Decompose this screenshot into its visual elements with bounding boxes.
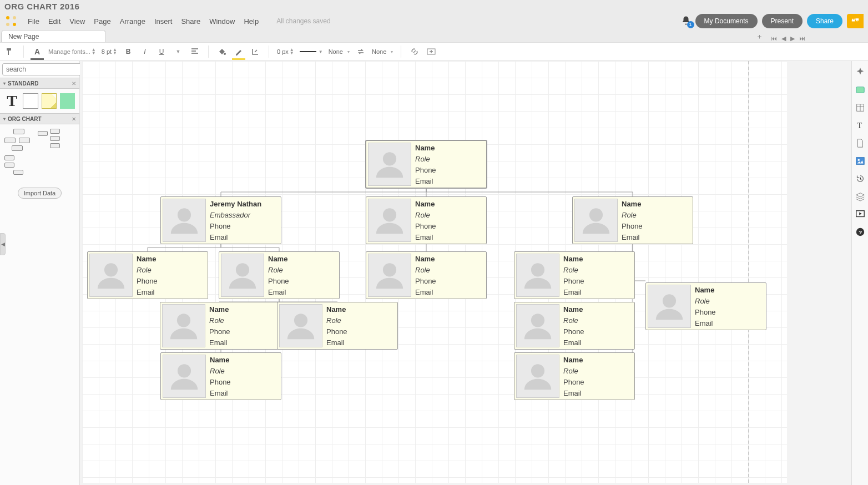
card-role[interactable]: Role	[622, 211, 690, 219]
shape-options-button[interactable]	[250, 45, 261, 58]
theme-icon[interactable]	[855, 84, 866, 95]
card-name[interactable]: Name	[415, 200, 484, 208]
link-button[interactable]	[409, 45, 420, 58]
card-email[interactable]: Email	[415, 177, 484, 185]
orgchart-template-3[interactable]	[4, 155, 33, 178]
card-email[interactable]: Email	[210, 233, 279, 241]
card-phone[interactable]: Phone	[209, 327, 278, 336]
font-size-stepper[interactable]: 8 pt ▲▼	[102, 45, 117, 58]
card-name[interactable]: Name	[268, 255, 337, 263]
card-email[interactable]: Email	[415, 233, 484, 241]
add-field-button[interactable]	[426, 45, 437, 58]
card-email[interactable]: Email	[622, 233, 690, 241]
org-card[interactable]: Jeremy Nathan Embassador Phone Email	[160, 196, 281, 244]
document-title[interactable]: ORG CHART 2016	[4, 2, 79, 11]
menu-file[interactable]: File	[28, 17, 39, 26]
card-role[interactable]: Role	[415, 211, 484, 219]
shape-text[interactable]: T	[4, 93, 19, 109]
arrow-end-select[interactable]: None	[372, 45, 393, 58]
align-button[interactable]	[189, 45, 200, 58]
text-options-dropdown[interactable]: ▼	[173, 45, 184, 58]
card-name[interactable]: Name	[210, 356, 279, 364]
org-card[interactable]: Name Role Phone Email	[277, 302, 398, 350]
card-name[interactable]: Name	[563, 356, 632, 364]
shape-rectangle[interactable]	[23, 93, 38, 109]
card-name[interactable]: Name	[563, 255, 632, 263]
card-name[interactable]: Name	[209, 305, 278, 314]
card-role[interactable]: Role	[210, 367, 279, 375]
menu-page[interactable]: Page	[94, 17, 110, 26]
card-role[interactable]: Role	[209, 316, 278, 325]
panel-standard-header[interactable]: STANDARD ✕	[0, 78, 79, 89]
page-nav-last-icon[interactable]: ⏭	[798, 35, 807, 42]
org-card[interactable]: Name Role Phone Email	[160, 302, 281, 350]
card-email[interactable]: Email	[137, 288, 205, 296]
card-phone[interactable]: Phone	[415, 277, 484, 285]
card-phone[interactable]: Phone	[326, 327, 395, 336]
card-email[interactable]: Email	[563, 389, 632, 397]
canvas[interactable]: Name Role Phone Email Jeremy Nathan Emba…	[80, 61, 851, 485]
card-phone[interactable]: Phone	[563, 327, 632, 336]
panel-orgchart-header[interactable]: ORG CHART ✕	[0, 113, 79, 124]
menu-window[interactable]: Window	[209, 17, 235, 26]
page-panel-icon[interactable]	[855, 138, 866, 149]
add-page-button[interactable]: ＋	[754, 31, 765, 42]
menu-share[interactable]: Share	[181, 17, 200, 26]
card-phone[interactable]: Phone	[695, 308, 764, 316]
org-card[interactable]: Name Role Phone Email	[514, 352, 635, 400]
collapse-sidebar-icon[interactable]: ◀	[0, 233, 6, 255]
presentation-icon[interactable]	[855, 209, 866, 220]
card-role[interactable]: Role	[415, 155, 484, 163]
card-role[interactable]: Role	[563, 367, 632, 375]
card-name[interactable]: Name	[695, 286, 764, 294]
history-icon[interactable]	[855, 173, 866, 184]
page-nav-prev-icon[interactable]: ◀	[780, 35, 788, 42]
card-email[interactable]: Email	[210, 389, 279, 397]
card-role[interactable]: Role	[563, 316, 632, 325]
card-phone[interactable]: Phone	[622, 222, 690, 230]
import-data-button[interactable]: Import Data	[18, 188, 62, 199]
card-name[interactable]: Name	[137, 255, 205, 263]
menu-insert[interactable]: Insert	[154, 17, 173, 26]
card-phone[interactable]: Phone	[137, 277, 205, 285]
share-button[interactable]: Share	[807, 14, 842, 28]
card-email[interactable]: Email	[415, 288, 484, 296]
line-style-select[interactable]: ▼	[300, 45, 323, 58]
page-settings-icon[interactable]	[855, 102, 866, 113]
card-phone[interactable]: Phone	[563, 277, 632, 285]
page-nav-first-icon[interactable]: ⏮	[769, 35, 779, 42]
orgchart-template-2[interactable]	[38, 129, 67, 151]
image-panel-icon[interactable]	[855, 155, 866, 166]
card-role[interactable]: Role	[695, 297, 764, 305]
card-email[interactable]: Email	[563, 339, 632, 347]
card-email[interactable]: Email	[268, 288, 337, 296]
card-email[interactable]: Email	[563, 288, 632, 296]
card-role[interactable]: Role	[137, 266, 205, 274]
swap-arrows-button[interactable]	[355, 45, 366, 58]
underline-button[interactable]: U	[156, 45, 167, 58]
card-name[interactable]: Name	[326, 305, 395, 314]
app-logo-icon[interactable]	[4, 14, 18, 28]
feedback-icon[interactable]: ❝❞	[847, 14, 864, 28]
org-card[interactable]: Name Role Phone Email	[160, 352, 281, 400]
card-phone[interactable]: Phone	[563, 378, 632, 386]
card-email[interactable]: Email	[326, 339, 395, 347]
org-card[interactable]: Name Role Phone Email	[366, 251, 487, 299]
menu-help[interactable]: Help	[244, 17, 259, 26]
page-nav-next-icon[interactable]: ▶	[789, 35, 796, 42]
card-email[interactable]: Email	[209, 339, 278, 347]
orgchart-template-1[interactable]	[4, 129, 33, 151]
menu-view[interactable]: View	[69, 17, 85, 26]
format-painter-icon[interactable]	[4, 45, 16, 58]
card-name[interactable]: Name	[415, 255, 484, 263]
org-card[interactable]: Name Role Phone Email	[514, 251, 635, 299]
notifications-icon[interactable]: 1	[681, 16, 691, 27]
page-tab[interactable]: New Page	[1, 30, 106, 42]
card-role[interactable]: Role	[563, 266, 632, 274]
font-family-select[interactable]: Manage fonts... ▲▼	[48, 45, 96, 58]
menu-edit[interactable]: Edit	[48, 17, 60, 26]
org-card[interactable]: Name Role Phone Email	[366, 140, 487, 188]
card-phone[interactable]: Phone	[210, 378, 279, 386]
card-role[interactable]: Embassador	[210, 211, 279, 219]
menu-arrange[interactable]: Arrange	[120, 17, 145, 26]
